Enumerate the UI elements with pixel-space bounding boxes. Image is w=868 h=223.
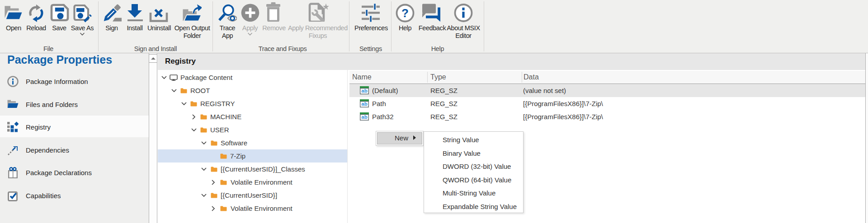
svg-text:?: ? bbox=[401, 6, 409, 20]
svg-text:ab: ab bbox=[361, 88, 367, 93]
svg-text:ab: ab bbox=[361, 114, 367, 120]
svg-text:ab: ab bbox=[361, 101, 367, 107]
